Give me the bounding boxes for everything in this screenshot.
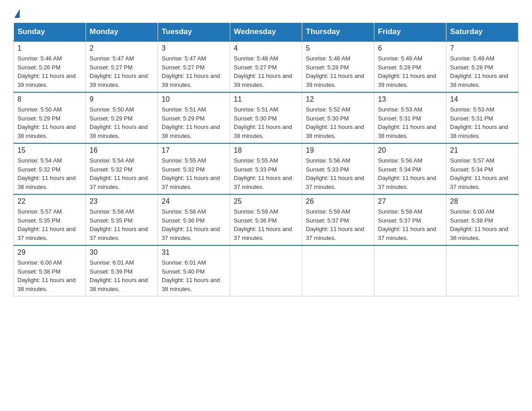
day-cell-7: 7Sunrise: 5:49 AMSunset: 5:28 PMDaylight…: [446, 41, 519, 92]
day-info: Sunrise: 6:00 AMSunset: 5:38 PMDaylight:…: [450, 207, 515, 242]
day-number: 9: [90, 95, 154, 103]
day-number: 3: [162, 44, 226, 52]
empty-cell: [374, 245, 446, 296]
day-info: Sunrise: 6:01 AMSunset: 5:39 PMDaylight:…: [90, 258, 154, 293]
logo: [13, 9, 20, 18]
day-number: 4: [234, 44, 298, 52]
day-cell-14: 14Sunrise: 5:53 AMSunset: 5:31 PMDayligh…: [446, 92, 519, 143]
day-info: Sunrise: 5:57 AMSunset: 5:35 PMDaylight:…: [17, 207, 82, 242]
week-row-5: 29Sunrise: 6:00 AMSunset: 5:38 PMDayligh…: [14, 245, 519, 296]
day-number: 7: [450, 44, 515, 52]
day-info: Sunrise: 5:52 AMSunset: 5:30 PMDaylight:…: [306, 105, 370, 140]
weekday-header-monday: Monday: [86, 23, 158, 42]
day-cell-9: 9Sunrise: 5:50 AMSunset: 5:29 PMDaylight…: [86, 92, 158, 143]
logo-triangle-icon: [14, 9, 20, 18]
day-info: Sunrise: 5:48 AMSunset: 5:28 PMDaylight:…: [306, 54, 370, 89]
day-info: Sunrise: 5:59 AMSunset: 5:37 PMDaylight:…: [378, 207, 442, 242]
day-info: Sunrise: 5:50 AMSunset: 5:29 PMDaylight:…: [17, 105, 82, 140]
weekday-header-saturday: Saturday: [446, 23, 519, 42]
day-info: Sunrise: 5:55 AMSunset: 5:32 PMDaylight:…: [162, 156, 226, 191]
day-info: Sunrise: 5:47 AMSunset: 5:27 PMDaylight:…: [90, 54, 154, 89]
day-cell-25: 25Sunrise: 5:59 AMSunset: 5:36 PMDayligh…: [230, 194, 302, 245]
day-cell-5: 5Sunrise: 5:48 AMSunset: 5:28 PMDaylight…: [302, 41, 374, 92]
day-cell-26: 26Sunrise: 5:59 AMSunset: 5:37 PMDayligh…: [302, 194, 374, 245]
day-cell-10: 10Sunrise: 5:51 AMSunset: 5:29 PMDayligh…: [158, 92, 230, 143]
page-header: [13, 9, 519, 18]
weekday-header-thursday: Thursday: [302, 23, 374, 42]
day-info: Sunrise: 5:54 AMSunset: 5:32 PMDaylight:…: [17, 156, 82, 191]
day-cell-27: 27Sunrise: 5:59 AMSunset: 5:37 PMDayligh…: [374, 194, 446, 245]
day-info: Sunrise: 5:56 AMSunset: 5:34 PMDaylight:…: [378, 156, 442, 191]
day-number: 30: [90, 248, 154, 257]
day-cell-28: 28Sunrise: 6:00 AMSunset: 5:38 PMDayligh…: [446, 194, 519, 245]
day-info: Sunrise: 5:49 AMSunset: 5:28 PMDaylight:…: [450, 54, 515, 89]
day-info: Sunrise: 5:51 AMSunset: 5:30 PMDaylight:…: [234, 105, 298, 140]
day-number: 25: [234, 197, 298, 206]
day-info: Sunrise: 5:51 AMSunset: 5:29 PMDaylight:…: [162, 105, 226, 140]
day-info: Sunrise: 5:49 AMSunset: 5:28 PMDaylight:…: [378, 54, 442, 89]
day-info: Sunrise: 5:50 AMSunset: 5:29 PMDaylight:…: [90, 105, 154, 140]
day-cell-17: 17Sunrise: 5:55 AMSunset: 5:32 PMDayligh…: [158, 143, 230, 194]
day-info: Sunrise: 5:53 AMSunset: 5:31 PMDaylight:…: [378, 105, 442, 140]
day-number: 17: [162, 146, 226, 154]
day-info: Sunrise: 5:46 AMSunset: 5:26 PMDaylight:…: [17, 54, 82, 89]
day-info: Sunrise: 6:01 AMSunset: 5:40 PMDaylight:…: [162, 258, 226, 293]
day-cell-31: 31Sunrise: 6:01 AMSunset: 5:40 PMDayligh…: [158, 245, 230, 296]
empty-cell: [446, 245, 519, 296]
day-cell-18: 18Sunrise: 5:55 AMSunset: 5:33 PMDayligh…: [230, 143, 302, 194]
day-cell-12: 12Sunrise: 5:52 AMSunset: 5:30 PMDayligh…: [302, 92, 374, 143]
day-cell-29: 29Sunrise: 6:00 AMSunset: 5:38 PMDayligh…: [14, 245, 86, 296]
day-info: Sunrise: 5:53 AMSunset: 5:31 PMDaylight:…: [450, 105, 515, 140]
day-cell-8: 8Sunrise: 5:50 AMSunset: 5:29 PMDaylight…: [14, 92, 86, 143]
week-row-4: 22Sunrise: 5:57 AMSunset: 5:35 PMDayligh…: [14, 194, 519, 245]
day-number: 23: [90, 197, 154, 206]
weekday-header-friday: Friday: [374, 23, 446, 42]
day-number: 8: [17, 95, 82, 103]
day-number: 29: [17, 248, 82, 257]
day-cell-4: 4Sunrise: 5:48 AMSunset: 5:27 PMDaylight…: [230, 41, 302, 92]
day-info: Sunrise: 5:48 AMSunset: 5:27 PMDaylight:…: [234, 54, 298, 89]
day-cell-1: 1Sunrise: 5:46 AMSunset: 5:26 PMDaylight…: [14, 41, 86, 92]
day-number: 10: [162, 95, 226, 103]
day-info: Sunrise: 5:47 AMSunset: 5:27 PMDaylight:…: [162, 54, 226, 89]
weekday-header-wednesday: Wednesday: [230, 23, 302, 42]
day-cell-15: 15Sunrise: 5:54 AMSunset: 5:32 PMDayligh…: [14, 143, 86, 194]
day-info: Sunrise: 5:55 AMSunset: 5:33 PMDaylight:…: [234, 156, 298, 191]
week-row-1: 1Sunrise: 5:46 AMSunset: 5:26 PMDaylight…: [14, 41, 519, 92]
day-number: 14: [450, 95, 515, 103]
day-info: Sunrise: 5:59 AMSunset: 5:36 PMDaylight:…: [234, 207, 298, 242]
day-cell-16: 16Sunrise: 5:54 AMSunset: 5:32 PMDayligh…: [86, 143, 158, 194]
day-number: 16: [90, 146, 154, 154]
day-info: Sunrise: 5:59 AMSunset: 5:37 PMDaylight:…: [306, 207, 370, 242]
weekday-header-row: SundayMondayTuesdayWednesdayThursdayFrid…: [14, 23, 519, 42]
day-cell-13: 13Sunrise: 5:53 AMSunset: 5:31 PMDayligh…: [374, 92, 446, 143]
empty-cell: [230, 245, 302, 296]
day-cell-22: 22Sunrise: 5:57 AMSunset: 5:35 PMDayligh…: [14, 194, 86, 245]
week-row-2: 8Sunrise: 5:50 AMSunset: 5:29 PMDaylight…: [14, 92, 519, 143]
day-number: 21: [450, 146, 515, 154]
day-number: 1: [17, 44, 82, 52]
day-number: 26: [306, 197, 370, 206]
day-number: 11: [234, 95, 298, 103]
day-number: 6: [378, 44, 442, 52]
day-number: 24: [162, 197, 226, 206]
calendar-table: SundayMondayTuesdayWednesdayThursdayFrid…: [13, 22, 519, 296]
day-cell-23: 23Sunrise: 5:58 AMSunset: 5:35 PMDayligh…: [86, 194, 158, 245]
day-cell-19: 19Sunrise: 5:56 AMSunset: 5:33 PMDayligh…: [302, 143, 374, 194]
day-cell-6: 6Sunrise: 5:49 AMSunset: 5:28 PMDaylight…: [374, 41, 446, 92]
day-info: Sunrise: 5:58 AMSunset: 5:35 PMDaylight:…: [90, 207, 154, 242]
day-cell-3: 3Sunrise: 5:47 AMSunset: 5:27 PMDaylight…: [158, 41, 230, 92]
day-info: Sunrise: 5:58 AMSunset: 5:36 PMDaylight:…: [162, 207, 226, 242]
day-number: 12: [306, 95, 370, 103]
day-cell-21: 21Sunrise: 5:57 AMSunset: 5:34 PMDayligh…: [446, 143, 519, 194]
day-number: 22: [17, 197, 82, 206]
day-number: 13: [378, 95, 442, 103]
day-number: 5: [306, 44, 370, 52]
empty-cell: [302, 245, 374, 296]
weekday-header-tuesday: Tuesday: [158, 23, 230, 42]
day-number: 27: [378, 197, 442, 206]
day-cell-2: 2Sunrise: 5:47 AMSunset: 5:27 PMDaylight…: [86, 41, 158, 92]
day-cell-20: 20Sunrise: 5:56 AMSunset: 5:34 PMDayligh…: [374, 143, 446, 194]
weekday-header-sunday: Sunday: [14, 23, 86, 42]
day-info: Sunrise: 5:57 AMSunset: 5:34 PMDaylight:…: [450, 156, 515, 191]
